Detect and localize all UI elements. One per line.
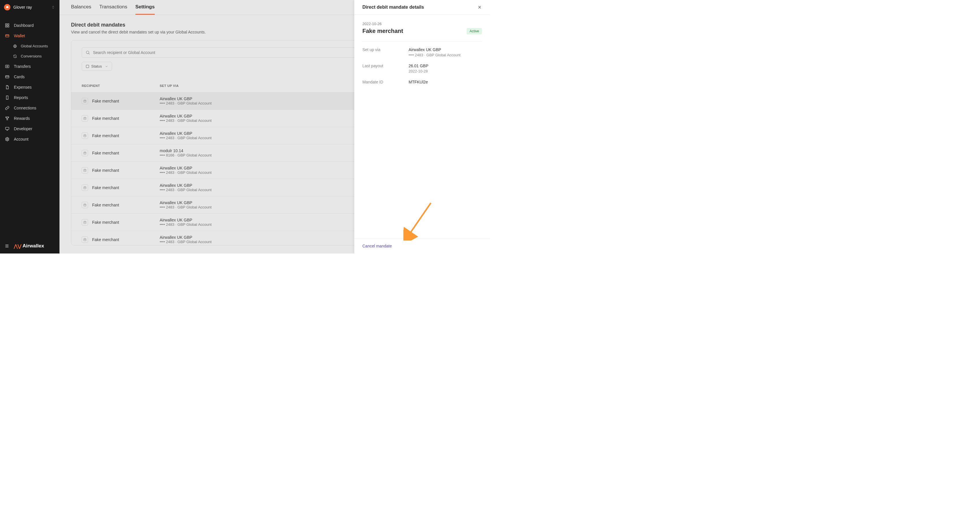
nav-expenses[interactable]: Expenses [0, 82, 59, 92]
nav-global-accounts[interactable]: Global Accounts [0, 41, 59, 51]
recipient-name: Fake merchant [92, 185, 119, 190]
recipient-name: Fake merchant [92, 203, 119, 207]
recipient-name: Fake merchant [92, 220, 119, 225]
svg-rect-10 [5, 76, 9, 78]
recipient-name: Fake merchant [92, 99, 119, 103]
svg-point-13 [86, 51, 89, 54]
merchant-icon [82, 150, 88, 156]
drawer-merchant: Fake merchant [363, 28, 403, 34]
status-filter-label: Status [91, 64, 102, 68]
setup-via-value: Airwallex UK GBP [409, 47, 482, 52]
globe-icon [13, 44, 18, 48]
svg-rect-11 [5, 127, 9, 130]
nav-account[interactable]: Account [0, 134, 59, 145]
nav-wallet[interactable]: Wallet [0, 30, 59, 41]
tab-balances[interactable]: Balances [71, 4, 91, 15]
svg-rect-2 [5, 24, 7, 25]
gear-icon [5, 137, 10, 141]
tab-transactions[interactable]: Transactions [99, 4, 127, 15]
avatar [4, 4, 10, 10]
last-payout-sub: 2022-10-28 [409, 69, 482, 73]
merchant-icon [82, 98, 88, 104]
chevron-updown-icon [51, 5, 55, 9]
logo: ⋀⋁ Airwallex [14, 243, 44, 249]
svg-rect-14 [86, 65, 89, 68]
recipient-name: Fake merchant [92, 116, 119, 121]
merchant-icon [82, 132, 88, 139]
setup-via-sub: •••• 2483 · GBP Global Account [409, 53, 482, 57]
document-icon [5, 85, 10, 89]
drawer-body: 2022-10-26 Fake merchant Active Set up v… [354, 15, 490, 238]
merchant-icon [82, 115, 88, 122]
monitor-icon [5, 126, 10, 131]
last-payout-value: 26.01 GBP [409, 64, 482, 68]
sidebar-footer: ⋀⋁ Airwallex [0, 238, 59, 253]
mandate-id-label: Mandate ID [363, 80, 403, 84]
nav-label: Reports [14, 95, 28, 100]
nav-label: Rewards [14, 116, 30, 121]
svg-rect-6 [5, 35, 9, 37]
transfer-icon [5, 64, 10, 69]
svg-rect-4 [5, 26, 7, 27]
nav-rewards[interactable]: Rewards [0, 113, 59, 124]
mandate-drawer: Direct debit mandate details 2022-10-26 … [354, 0, 490, 253]
trophy-icon [5, 116, 10, 121]
merchant-icon [82, 202, 88, 208]
nav-dashboard[interactable]: Dashboard [0, 20, 59, 30]
nav-label: Developer [14, 126, 32, 131]
menu-icon[interactable] [5, 244, 9, 248]
tab-settings[interactable]: Settings [135, 4, 155, 15]
nav-label: Conversions [21, 54, 41, 58]
merchant-icon [82, 237, 88, 243]
nav-connections[interactable]: Connections [0, 103, 59, 113]
reports-icon [5, 95, 10, 100]
drawer-title: Direct debit mandate details [363, 5, 424, 10]
mandate-id-value: MTFKUl2e [409, 80, 482, 84]
nav: Dashboard Wallet Global Accounts Convers… [0, 14, 59, 238]
cancel-mandate-link[interactable]: Cancel mandate [363, 244, 392, 248]
nav-label: Wallet [14, 33, 25, 38]
wallet-icon [5, 33, 10, 38]
close-button[interactable] [477, 5, 482, 10]
merchant-icon [82, 167, 88, 173]
nav-developer[interactable]: Developer [0, 124, 59, 134]
recipient-name: Fake merchant [92, 134, 119, 138]
info-grid: Set up via Airwallex UK GBP •••• 2483 · … [363, 47, 482, 84]
nav-label: Account [14, 137, 29, 141]
logo-mark-icon: ⋀⋁ [14, 243, 21, 249]
svg-rect-3 [8, 24, 9, 25]
sidebar: Glover ray Dashboard Wallet Global Accou… [0, 0, 59, 253]
svg-rect-8 [5, 65, 9, 68]
workspace-name: Glover ray [13, 5, 51, 10]
nav-cards[interactable]: Cards [0, 72, 59, 82]
nav-transfers[interactable]: Transfers [0, 61, 59, 72]
refresh-icon [13, 54, 18, 58]
drawer-date: 2022-10-26 [363, 22, 482, 26]
nav-label: Global Accounts [21, 44, 48, 48]
recipient-name: Fake merchant [92, 237, 119, 242]
dashboard-icon [5, 23, 10, 28]
drawer-footer: Cancel mandate [354, 238, 490, 253]
status-filter[interactable]: Status [82, 62, 112, 71]
nav-label: Expenses [14, 85, 32, 89]
search-icon [86, 50, 90, 55]
status-badge: Active [467, 28, 482, 34]
svg-rect-1 [7, 6, 8, 6]
nav-conversions[interactable]: Conversions [0, 51, 59, 61]
drawer-header: Direct debit mandate details [354, 0, 490, 15]
nav-reports[interactable]: Reports [0, 92, 59, 103]
link-icon [5, 106, 10, 110]
col-recipient: RECIPIENT [82, 84, 160, 87]
card-icon [5, 75, 10, 79]
svg-rect-5 [8, 26, 9, 27]
nav-label: Cards [14, 75, 25, 79]
recipient-name: Fake merchant [92, 168, 119, 173]
workspace-switcher[interactable]: Glover ray [0, 0, 59, 14]
recipient-name: Fake merchant [92, 151, 119, 155]
svg-point-9 [6, 66, 8, 67]
chevron-down-icon [105, 65, 108, 68]
svg-rect-0 [6, 6, 8, 8]
nav-label: Transfers [14, 64, 31, 69]
nav-label: Connections [14, 106, 37, 110]
last-payout-label: Last payout [363, 64, 403, 73]
